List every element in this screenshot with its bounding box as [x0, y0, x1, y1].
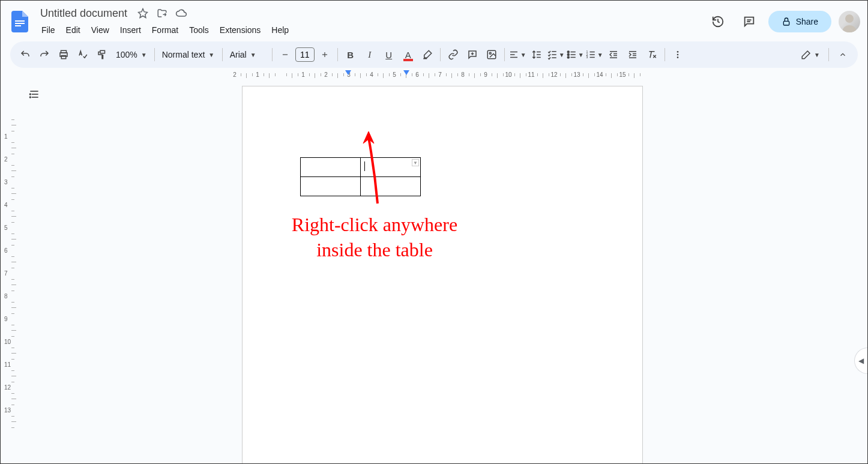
svg-point-47: [677, 54, 678, 56]
history-icon[interactable]: [706, 10, 730, 34]
paint-format-button[interactable]: [93, 46, 111, 64]
paragraph-style-select[interactable]: Normal text▼: [158, 47, 219, 62]
annotation-text: Right-click anywhere inside the table: [255, 212, 495, 262]
page[interactable]: ▼ Right-click anywhere inside the table: [242, 86, 643, 463]
add-comment-button[interactable]: [463, 46, 481, 64]
document-container: 12345678910111213 ▼: [1, 77, 867, 463]
separator: [828, 48, 829, 61]
more-button[interactable]: [669, 46, 687, 64]
align-button[interactable]: ▼: [508, 46, 526, 64]
svg-rect-1: [15, 23, 25, 24]
print-button[interactable]: [55, 46, 73, 64]
title-area: Untitled document File Edit View Insert …: [37, 5, 706, 38]
chevron-down-icon: ▼: [208, 52, 214, 58]
document-title[interactable]: Untitled document: [37, 6, 131, 21]
separator: [440, 48, 441, 61]
font-size-input[interactable]: 11: [295, 47, 315, 62]
svg-point-27: [567, 54, 569, 56]
separator: [504, 48, 505, 61]
share-button[interactable]: Share: [768, 11, 831, 32]
highlight-button[interactable]: [418, 46, 436, 64]
text-color-button[interactable]: A: [399, 46, 417, 64]
increase-font-button[interactable]: [316, 46, 334, 64]
menu-tools[interactable]: Tools: [184, 23, 214, 37]
clear-formatting-button[interactable]: [643, 46, 661, 64]
annotation-arrow: [360, 128, 396, 212]
menu-help[interactable]: Help: [267, 23, 294, 37]
svg-point-53: [30, 97, 31, 98]
svg-point-46: [677, 51, 678, 53]
chevron-down-icon: ▼: [250, 52, 256, 58]
svg-point-16: [489, 52, 491, 54]
insert-image-button[interactable]: [483, 46, 501, 64]
line-spacing-button[interactable]: [528, 46, 546, 64]
font-select[interactable]: Arial▼: [226, 47, 268, 62]
lock-icon: [782, 17, 791, 26]
cell-dropdown-icon[interactable]: ▼: [412, 159, 419, 166]
separator: [272, 48, 273, 61]
zoom-select[interactable]: 100%▼: [112, 47, 151, 62]
chevron-down-icon: ▼: [141, 52, 147, 58]
insert-link-button[interactable]: [444, 46, 462, 64]
menu-insert[interactable]: Insert: [115, 23, 146, 37]
page-area: ▼ Right-click anywhere inside the table: [17, 77, 867, 463]
avatar[interactable]: [839, 11, 860, 32]
svg-rect-5: [783, 21, 789, 25]
spellcheck-button[interactable]: [74, 46, 92, 64]
increase-indent-button[interactable]: [624, 46, 642, 64]
table-cell[interactable]: [301, 177, 361, 196]
header-right: Share: [706, 10, 860, 34]
svg-point-48: [677, 56, 678, 58]
menu-file[interactable]: File: [37, 23, 60, 37]
move-icon[interactable]: [155, 6, 169, 20]
italic-button[interactable]: I: [361, 46, 379, 64]
svg-point-26: [567, 51, 569, 53]
bold-button[interactable]: B: [342, 46, 360, 64]
numbered-list-button[interactable]: 123▼: [585, 46, 603, 64]
svg-point-52: [30, 94, 31, 95]
docs-logo[interactable]: [8, 10, 32, 34]
table-cell[interactable]: [301, 158, 361, 177]
editing-mode-button[interactable]: ▼: [797, 46, 824, 64]
star-icon[interactable]: [136, 6, 150, 20]
menu-bar: File Edit View Insert Format Tools Exten…: [37, 22, 706, 38]
comments-icon[interactable]: [737, 10, 761, 34]
separator: [337, 48, 338, 61]
decrease-font-button[interactable]: [276, 46, 294, 64]
vertical-ruler[interactable]: 12345678910111213: [1, 77, 17, 463]
checklist-button[interactable]: ▼: [547, 46, 565, 64]
menu-view[interactable]: View: [86, 23, 114, 37]
svg-rect-2: [15, 25, 21, 26]
cloud-icon[interactable]: [174, 6, 188, 20]
menu-extensions[interactable]: Extensions: [215, 23, 265, 37]
bulleted-list-button[interactable]: ▼: [566, 46, 584, 64]
svg-point-28: [567, 56, 569, 58]
svg-text:3: 3: [586, 55, 588, 59]
app-header: Untitled document File Edit View Insert …: [1, 1, 867, 39]
redo-button[interactable]: [35, 46, 53, 64]
share-label: Share: [796, 17, 818, 26]
separator: [222, 48, 223, 61]
title-row: Untitled document: [37, 5, 706, 22]
menu-edit[interactable]: Edit: [61, 23, 85, 37]
outline-button[interactable]: [23, 83, 45, 105]
menu-format[interactable]: Format: [147, 23, 183, 37]
undo-button[interactable]: [16, 46, 34, 64]
separator: [154, 48, 155, 61]
decrease-indent-button[interactable]: [604, 46, 622, 64]
svg-rect-0: [15, 20, 25, 22]
separator: [665, 48, 665, 61]
collapse-toolbar-button[interactable]: [834, 46, 852, 64]
toolbar: 100%▼ Normal text▼ Arial▼ 11 B I U A ▼ ▼…: [10, 41, 858, 68]
underline-button[interactable]: U: [380, 46, 398, 64]
svg-point-6: [845, 14, 854, 23]
